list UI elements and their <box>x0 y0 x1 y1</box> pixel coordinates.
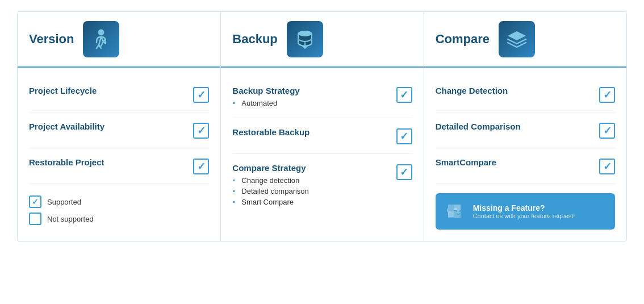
list-item: Change detection <box>232 175 390 186</box>
feature-content: Restorable Project <box>29 157 187 169</box>
backup-title: Backup <box>232 32 277 47</box>
compare-header: Compare <box>424 12 626 68</box>
feature-content: Backup Strategy Automated <box>232 86 390 109</box>
feature-content: Change Detection <box>436 86 593 98</box>
check-supported-icon <box>396 87 412 103</box>
page-container: Version Project Lifecycle <box>0 0 644 304</box>
feature-content: Project Lifecycle <box>29 86 187 98</box>
backup-icon-box <box>287 21 323 57</box>
feature-content: Compare Strategy Change detection Detail… <box>232 163 390 207</box>
backup-column: Backup <box>220 12 423 241</box>
legend-not-supported-label: Not supported <box>47 215 94 223</box>
table-row: Detailed Comparison <box>436 113 615 148</box>
compare-title: Compare <box>436 32 490 47</box>
legend: Supported Not supported <box>29 195 209 225</box>
feature-title: Project Availability <box>29 122 187 131</box>
backup-body: Backup Strategy Automated Restorable Bac… <box>221 68 423 228</box>
feature-grid: Version Project Lifecycle <box>17 11 627 241</box>
feature-title: Restorable Project <box>29 157 187 167</box>
check-supported-icon <box>599 87 615 103</box>
feature-title: SmartCompare <box>436 157 593 167</box>
table-row: Compare Strategy Change detection Detail… <box>232 154 412 216</box>
layers-icon <box>504 27 529 52</box>
check-supported-icon <box>193 87 209 103</box>
version-icon-box <box>83 21 119 57</box>
missing-feature-text: Missing a Feature? Contact us with your … <box>473 203 575 219</box>
list-item: Detailed comparison <box>232 186 390 197</box>
legend-empty-icon <box>29 213 41 225</box>
feature-title: Project Lifecycle <box>29 86 187 95</box>
person-icon <box>89 27 114 52</box>
missing-feature-title: Missing a Feature? <box>473 203 575 213</box>
backup-header: Backup <box>221 12 423 68</box>
legend-supported: Supported <box>29 195 209 208</box>
legend-supported-label: Supported <box>47 198 81 206</box>
table-row: SmartCompare <box>436 148 615 184</box>
feature-title: Detailed Comparison <box>436 122 593 131</box>
check-supported-icon <box>599 159 615 174</box>
feature-title: Restorable Backup <box>232 127 390 137</box>
version-body: Project Lifecycle Project Availability R… <box>18 68 220 236</box>
compare-icon-box <box>499 21 535 57</box>
version-title: Version <box>29 32 74 47</box>
feature-content: Restorable Backup <box>232 127 390 139</box>
table-row: Project Lifecycle <box>29 77 209 113</box>
compare-column: Compare Change Detection <box>424 12 626 241</box>
table-row: Project Availability <box>29 113 209 148</box>
database-icon <box>292 27 317 52</box>
feature-content: SmartCompare <box>436 157 593 169</box>
table-row: Backup Strategy Automated <box>232 77 412 118</box>
check-supported-icon <box>193 159 209 174</box>
missing-feature-subtitle: Contact us with your feature request! <box>473 213 575 219</box>
check-supported-icon <box>599 123 615 139</box>
check-supported-icon <box>396 164 412 180</box>
table-row: Restorable Backup <box>232 118 412 154</box>
feature-sublist: Automated <box>232 98 390 109</box>
feature-title: Change Detection <box>436 86 593 95</box>
table-row: Change Detection <box>436 77 615 113</box>
feature-title: Backup Strategy <box>232 86 390 95</box>
feature-content: Project Availability <box>29 122 187 134</box>
check-supported-icon <box>396 128 412 144</box>
feature-sublist: Change detection Detailed comparison Sma… <box>232 175 390 207</box>
legend-not-supported: Not supported <box>29 213 209 225</box>
compare-body: Change Detection Detailed Comparison Sma… <box>424 68 626 241</box>
feature-content: Detailed Comparison <box>436 122 593 134</box>
missing-feature-banner[interactable]: Missing a Feature? Contact us with your … <box>436 193 615 230</box>
svg-point-2 <box>298 31 312 36</box>
list-item: Automated <box>232 98 390 109</box>
table-row: Restorable Project <box>29 148 209 184</box>
puzzle-icon <box>444 200 466 223</box>
legend-checked-icon <box>29 195 41 208</box>
version-header: Version <box>18 12 220 68</box>
check-supported-icon <box>193 123 209 139</box>
svg-point-0 <box>98 30 104 35</box>
version-column: Version Project Lifecycle <box>18 12 220 241</box>
feature-title: Compare Strategy <box>232 163 390 173</box>
list-item: Smart Compare <box>232 197 390 207</box>
